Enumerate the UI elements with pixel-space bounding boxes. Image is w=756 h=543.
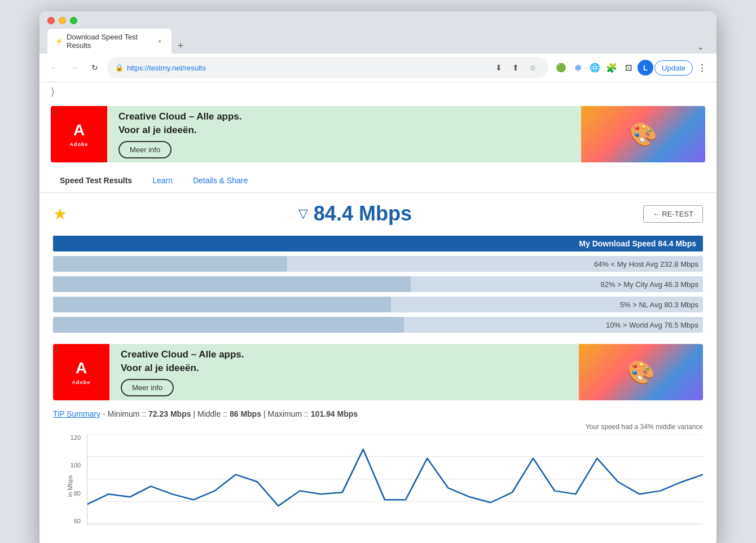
minimize-window-button[interactable] <box>59 17 66 24</box>
tab-close-button[interactable]: × <box>156 37 164 46</box>
ad2-title-line1: Creative Cloud – Alle apps. <box>121 348 568 361</box>
speed-bar-host-label: 64% < My Host Avg 232.8 Mbps <box>594 260 698 268</box>
tab-speed-test-results[interactable]: Speed Test Results <box>51 170 141 192</box>
ad2-adobe-brand: Adobe <box>72 379 91 385</box>
extension-puzzle[interactable]: 🧩 <box>604 60 619 76</box>
close-window-button[interactable] <box>47 17 55 24</box>
address-bar-row: ← → ↻ 🔒 https://testmy.net/results ⬇ ⬆ ☆… <box>39 54 717 82</box>
ad2-title-line2: Voor al je ideeën. <box>121 361 568 375</box>
speed-bar-city: 82% > My City Avg 46.3 Mbps <box>53 276 703 292</box>
ad-adobe-a-icon: A <box>73 121 85 139</box>
address-actions: ⬇ ⬆ ☆ <box>491 60 540 76</box>
ad-image-person: 🎨 <box>629 121 657 148</box>
tabs-bar: ⚡ Download Speed Test Results × + ⌄ <box>47 29 709 54</box>
extensions-area: 🟢 ❄ 🌐 🧩 ⊡ L Update ⋮ <box>553 60 710 76</box>
title-bar: ⚡ Download Speed Test Results × + ⌄ <box>39 11 717 54</box>
ad2-adobe-logo: A Adobe <box>53 344 109 400</box>
re-test-button[interactable]: ← RE-TEST <box>643 205 703 223</box>
speed-bar-city-label: 82% > My City Avg 46.3 Mbps <box>600 280 698 289</box>
menu-button[interactable]: ⋮ <box>694 60 710 76</box>
address-field[interactable]: 🔒 https://testmy.net/results ⬇ ⬆ ☆ <box>107 57 548 78</box>
speed-bar-row-world: 10% > World Avg 76.5 Mbps <box>53 317 703 333</box>
ad-banner-bottom: ℹ ✕ A Adobe Creative Cloud – Alle apps. … <box>53 344 703 400</box>
tip-pipe2: | Maximum :: <box>263 409 309 418</box>
active-tab[interactable]: ⚡ Download Speed Test Results × <box>47 29 172 54</box>
results-area: ★ ▽ 84.4 Mbps ← RE-TEST My Download Spee… <box>39 193 717 543</box>
speed-header: ★ ▽ 84.4 Mbps ← RE-TEST <box>53 202 703 226</box>
tab-overflow-button[interactable]: ⌄ <box>693 40 709 54</box>
speed-chart <box>87 434 703 524</box>
chart-y-label-120: 120 <box>71 434 81 441</box>
ad-content: Creative Cloud – Alle apps. Voor al je i… <box>107 106 581 162</box>
speed-bar-row-host: 64% < My Host Avg 232.8 Mbps <box>53 256 703 272</box>
extension-snowflake[interactable]: ❄ <box>570 60 586 76</box>
tab-title: Download Speed Test Results <box>67 33 150 50</box>
tip-pipe1: | Middle :: <box>194 409 227 418</box>
share-page-button[interactable]: ⬆ <box>508 60 524 76</box>
speed-bar-host: 64% < My Host Avg 232.8 Mbps <box>53 256 703 272</box>
ad-adobe-brand: Adobe <box>70 142 89 147</box>
ad-info-icon: ℹ <box>53 108 55 116</box>
ad-adobe-logo: A Adobe <box>51 106 107 162</box>
back-button[interactable]: ← <box>46 60 62 76</box>
variance-note: Your speed had a 34% middle variance <box>53 423 703 431</box>
speed-value: 84.4 Mbps <box>314 202 412 226</box>
download-arrow-icon: ▽ <box>298 206 308 221</box>
lock-icon: 🔒 <box>115 64 124 72</box>
extension-grammarly[interactable]: 🟢 <box>553 60 569 76</box>
chart-y-label-80: 80 <box>74 490 81 497</box>
tip-min-value: 72.23 Mbps <box>148 409 191 418</box>
bookmark-button[interactable]: ☆ <box>525 60 540 76</box>
speed-bar-row-city: 82% > My City Avg 46.3 Mbps <box>53 276 703 292</box>
ad2-content: Creative Cloud – Alle apps. Voor al je i… <box>109 344 579 400</box>
ad-banner-top: ℹ × A Adobe Creative Cloud – Alle apps. … <box>51 106 705 162</box>
ad-image: 🎨 <box>581 106 705 162</box>
browser-window: ⚡ Download Speed Test Results × + ⌄ ← → … <box>39 11 717 543</box>
ad-meer-info-button[interactable]: Meer info <box>118 141 172 158</box>
sidebar-button[interactable]: ⊡ <box>621 60 636 76</box>
tip-mid-value: 86 Mbps <box>230 409 261 418</box>
speed-bar-my-download-label: My Download Speed 84.4 Mbps <box>579 239 696 248</box>
speed-bar-world: 10% > World Avg 76.5 Mbps <box>53 317 703 333</box>
top-nav-arrow[interactable]: ⟩ <box>39 82 717 101</box>
refresh-button[interactable]: ↻ <box>87 60 103 76</box>
sub-nav: Speed Test Results Learn Details & Share <box>39 170 717 193</box>
ad2-meer-info-button[interactable]: Meer info <box>121 379 174 396</box>
ad2-image: 🎨 <box>579 344 703 400</box>
ad-title-line1: Creative Cloud – Alle apps. <box>118 110 570 123</box>
ad-title-line2: Voor al je ideeën. <box>118 123 570 137</box>
extension-google-translate[interactable]: 🌐 <box>587 60 603 76</box>
speed-bar-row: My Download Speed 84.4 Mbps <box>53 236 703 251</box>
tab-favicon: ⚡ <box>55 38 63 45</box>
chart-y-label-60: 60 <box>74 518 81 524</box>
maximize-window-button[interactable] <box>70 17 77 24</box>
favorite-star-icon[interactable]: ★ <box>53 205 67 223</box>
tip-summary: TiP Summary - Minimum :: 72.23 Mbps | Mi… <box>53 409 703 418</box>
ad2-adobe-a-icon: A <box>76 359 87 377</box>
tip-link[interactable]: TiP Summary <box>53 409 100 418</box>
download-page-button[interactable]: ⬇ <box>491 60 507 76</box>
update-button[interactable]: Update <box>654 60 693 76</box>
tab-details-share[interactable]: Details & Share <box>184 170 257 192</box>
speed-bar-my-download: My Download Speed 84.4 Mbps <box>53 236 703 251</box>
traffic-lights <box>47 17 709 24</box>
tip-max-value: 101.94 Mbps <box>311 409 358 418</box>
chart-y-label-100: 100 <box>71 462 81 469</box>
speed-bar-row-nl: 5% > NL Avg 80.3 Mbps <box>53 297 703 312</box>
chart-y-unit: in Mbps <box>67 469 73 503</box>
speed-bar-world-label: 10% > World Avg 76.5 Mbps <box>606 321 698 329</box>
speed-bar-nl: 5% > NL Avg 80.3 Mbps <box>53 297 703 312</box>
chart-wrapper: 120 100 80 60 in Mbps <box>53 434 703 538</box>
url-text: https://testmy.net/results <box>127 64 487 72</box>
tab-learn[interactable]: Learn <box>143 170 182 192</box>
new-tab-button[interactable]: + <box>173 38 188 54</box>
speed-bars: My Download Speed 84.4 Mbps 64% < My Hos… <box>53 236 703 333</box>
tip-separator1: - Minimum :: <box>103 409 146 418</box>
profile-button[interactable]: L <box>638 60 653 76</box>
speed-display: ▽ 84.4 Mbps <box>298 202 412 226</box>
forward-button[interactable]: → <box>67 60 82 76</box>
ad2-info-icon: ℹ <box>55 346 58 354</box>
speed-bar-nl-label: 5% > NL Avg 80.3 Mbps <box>620 301 698 309</box>
ad2-image-person: 🎨 <box>627 359 655 386</box>
page-content: ⟩ ℹ × A Adobe Creative Cloud – Alle apps… <box>39 82 717 543</box>
